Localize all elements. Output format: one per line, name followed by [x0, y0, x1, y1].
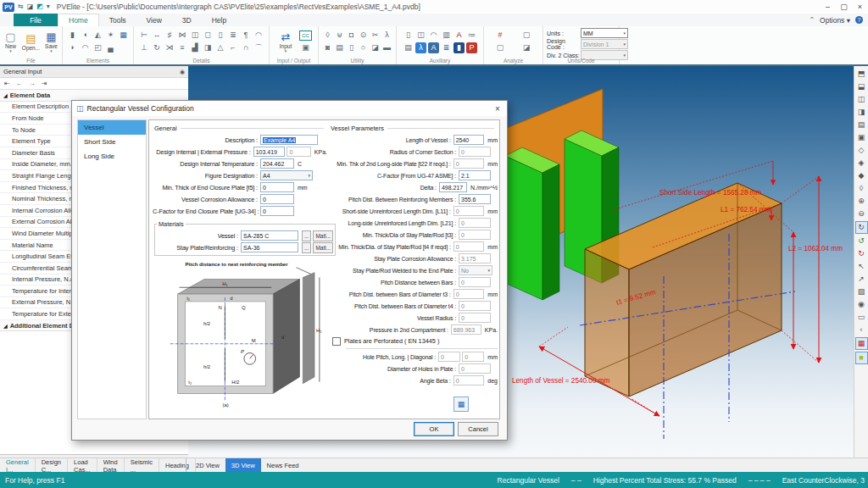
- auxiliary-icon-3[interactable]: ◠: [428, 30, 439, 41]
- utility-icon-10[interactable]: ○: [358, 42, 369, 53]
- auxiliary-icon-10[interactable]: ≣: [441, 42, 452, 53]
- auxiliary-icon-11[interactable]: ▮: [453, 42, 465, 53]
- details-icon-20[interactable]: ⌒: [253, 42, 264, 53]
- details-icon-11[interactable]: ⊥: [139, 42, 150, 53]
- elements-icon-8[interactable]: ◰: [92, 42, 103, 53]
- panel-tab-4[interactable]: Wind Data: [97, 458, 125, 473]
- details-icon-14[interactable]: ≡: [177, 42, 188, 53]
- zoom-in-icon[interactable]: ⊕: [856, 196, 867, 207]
- details-icon-7[interactable]: ▯: [215, 30, 226, 41]
- details-icon-15[interactable]: ▟: [190, 42, 201, 53]
- select-icon[interactable]: ↗: [856, 274, 867, 285]
- help-icon[interactable]: ?: [855, 16, 863, 24]
- field-input[interactable]: 0: [453, 289, 485, 299]
- utility-icon-12[interactable]: ▬: [381, 42, 392, 53]
- face-se-icon[interactable]: ◆: [856, 170, 867, 181]
- material-browse-button[interactable]: ...: [302, 230, 311, 241]
- field-select[interactable]: No▾: [459, 265, 492, 275]
- auxiliary-icon-1[interactable]: ▯: [403, 30, 414, 41]
- plates-perforated-checkbox[interactable]: [332, 337, 341, 346]
- details-icon-2[interactable]: ↔: [152, 30, 163, 41]
- dialog-tab-short-side[interactable]: Short Side: [78, 135, 146, 149]
- ok-button[interactable]: OK: [414, 422, 454, 436]
- field-input[interactable]: Example A4: [260, 135, 318, 145]
- field-input[interactable]: 0: [260, 194, 294, 204]
- field-input[interactable]: 0: [459, 230, 491, 240]
- save-button[interactable]: ▦Save▾: [42, 31, 62, 53]
- view-bottom-icon[interactable]: ▣: [856, 132, 867, 143]
- auxiliary-icon-5[interactable]: A: [453, 30, 465, 41]
- field-input[interactable]: 355.6: [459, 194, 491, 204]
- field-input[interactable]: 0: [260, 182, 294, 192]
- field-input[interactable]: 0: [459, 313, 491, 323]
- view-iso-icon[interactable]: ⬒: [856, 69, 867, 80]
- analyze-icon-2[interactable]: ▢: [521, 30, 532, 41]
- elements-icon-1[interactable]: ▮: [67, 30, 78, 41]
- analyze-icon-3[interactable]: ▢: [495, 42, 506, 53]
- view-tab-news-feed[interactable]: News Feed: [261, 458, 305, 473]
- utility-icon-11[interactable]: ◪: [370, 42, 381, 53]
- field-input[interactable]: 0: [459, 301, 491, 311]
- utility-icon-7[interactable]: ◙: [322, 42, 333, 53]
- utility-icon-3[interactable]: ◘: [346, 30, 357, 41]
- sync-icon[interactable]: ⇆: [18, 3, 24, 10]
- elements-icon-2[interactable]: ◖: [80, 30, 91, 41]
- open-quick-icon[interactable]: ◩: [36, 3, 43, 10]
- shaded-render-icon[interactable]: ■: [855, 352, 868, 364]
- file-menu-button[interactable]: File: [14, 14, 58, 26]
- utility-icon-2[interactable]: ⊎: [334, 30, 345, 41]
- field-input[interactable]: 0: [462, 352, 484, 362]
- details-icon-9[interactable]: ¶: [241, 30, 252, 41]
- face-ne-icon[interactable]: ◇: [856, 145, 867, 156]
- view-back-icon[interactable]: ◨: [856, 107, 867, 118]
- material-browse-button[interactable]: ...: [302, 242, 311, 253]
- elements-icon-3[interactable]: ◭: [92, 30, 103, 41]
- dialog-tab-vessel[interactable]: Vessel: [78, 120, 146, 135]
- close-button[interactable]: ×: [852, 1, 868, 13]
- details-icon-17[interactable]: △: [215, 42, 226, 53]
- component-calc-icon[interactable]: CC: [299, 30, 312, 41]
- units-combo-2[interactable]: Division 1▾: [581, 39, 628, 49]
- details-icon-13[interactable]: ⋊: [164, 42, 175, 53]
- rotate-red-icon[interactable]: ↻: [856, 248, 867, 259]
- output-icon[interactable]: ▣: [300, 42, 311, 53]
- auxiliary-icon-8[interactable]: λ: [415, 42, 426, 53]
- field-input[interactable]: 0: [453, 158, 485, 169]
- view-tab-2d-view[interactable]: 2D View: [190, 458, 225, 473]
- tab-view[interactable]: View: [136, 14, 172, 26]
- stress-grid-icon[interactable]: ▦: [855, 337, 868, 350]
- auxiliary-icon-12[interactable]: P: [466, 42, 477, 53]
- units-combo-1[interactable]: MM▾: [581, 28, 628, 38]
- new-button[interactable]: ▢New▾: [1, 31, 21, 53]
- auxiliary-icon-2[interactable]: ◫: [415, 30, 426, 41]
- material-input[interactable]: SA-285 C: [241, 230, 298, 241]
- hatch-icon[interactable]: ▧: [856, 286, 867, 297]
- dialog-close-button[interactable]: ×: [488, 102, 507, 115]
- view-side-icon[interactable]: ◫: [856, 94, 867, 105]
- field-input[interactable]: 689.963: [451, 324, 481, 335]
- field-input[interactable]: 2.1: [459, 170, 491, 180]
- face-sw-icon[interactable]: ◊: [856, 183, 867, 194]
- zoom-out-icon[interactable]: ⊖: [856, 208, 867, 219]
- elements-icon-6[interactable]: ◗: [67, 42, 78, 53]
- utility-icon-1[interactable]: ◊: [322, 30, 333, 41]
- view-front-icon[interactable]: ⬓: [856, 81, 867, 92]
- details-icon-10[interactable]: ◠: [253, 30, 264, 41]
- field-input[interactable]: 103.419: [253, 147, 286, 157]
- elements-icon-4[interactable]: ✶: [105, 30, 116, 41]
- open-button[interactable]: ▤Open...: [21, 33, 42, 51]
- field-input[interactable]: 0: [453, 206, 485, 216]
- pin-icon[interactable]: ◉: [180, 69, 185, 75]
- material-input[interactable]: SA-36: [241, 242, 298, 252]
- utility-icon-9[interactable]: ▯: [346, 42, 357, 53]
- details-icon-5[interactable]: ◫: [190, 30, 201, 41]
- field-input[interactable]: 0: [459, 363, 491, 374]
- auxiliary-icon-7[interactable]: ▤: [403, 42, 414, 53]
- field-input[interactable]: 0: [260, 206, 294, 216]
- details-icon-16[interactable]: ◨: [203, 42, 214, 53]
- rotate-green-icon[interactable]: ↺: [856, 236, 867, 247]
- elements-icon-5[interactable]: ▦: [118, 30, 129, 41]
- calculator-button[interactable]: ▦: [453, 396, 469, 412]
- tab-help[interactable]: Help: [202, 14, 236, 26]
- field-input[interactable]: 0: [459, 277, 491, 287]
